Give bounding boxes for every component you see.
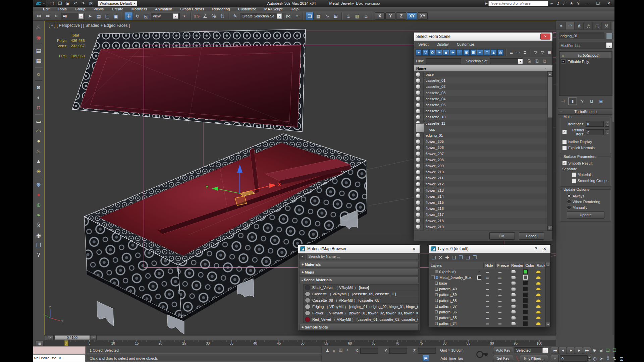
- scroll-down-icon[interactable]: ▼: [547, 226, 552, 231]
- rectangular-selection-region-icon[interactable]: ▢: [103, 12, 111, 20]
- menu-graph-editors[interactable]: Graph Editors: [176, 7, 208, 11]
- turbosmooth-rollout-header[interactable]: − TurboSmooth: [558, 109, 613, 115]
- layer-row[interactable]: ❑pattern_36▬▬: [429, 309, 546, 315]
- select-and-scale-icon[interactable]: ◱: [142, 12, 150, 20]
- display-frozen-icon[interactable]: ◭: [491, 49, 497, 56]
- scene-object-row[interactable]: flower_218: [414, 218, 547, 224]
- select-and-link-icon[interactable]: ⚯: [35, 12, 43, 20]
- hide-toggle[interactable]: ▬: [482, 299, 493, 302]
- sample-slots-group-header[interactable]: + Sample Slots: [299, 324, 419, 330]
- scene-object-row[interactable]: edging_01: [414, 132, 547, 138]
- explicit-normals-checkbox[interactable]: ✓: [562, 145, 567, 150]
- material-row[interactable]: Cassette （ VRayMtl ） [cassette_09, casse…: [304, 291, 418, 297]
- material-row[interactable]: Black_Velvet （ VRayMtl ） [base]: [304, 285, 418, 291]
- mini-curve-editor-button[interactable]: ▦: [36, 341, 44, 346]
- display-helpers-icon[interactable]: ✛: [450, 49, 456, 56]
- material-row[interactable]: Flower （ VRayMtl ） [flower_01, flower_02…: [304, 310, 418, 316]
- find-input[interactable]: [426, 58, 461, 64]
- maxscript-mini-listener-pink[interactable]: [33, 346, 86, 354]
- rendered-frame-window-icon[interactable]: ▥: [353, 12, 361, 20]
- menu-animation[interactable]: Animation: [151, 7, 176, 11]
- layer-row[interactable]: ❑pattern_37▬▬: [429, 303, 546, 309]
- radiosity-toggle[interactable]: [531, 288, 546, 290]
- dome-icon[interactable]: ◠: [34, 127, 43, 135]
- freeze-toggle[interactable]: ▬: [493, 293, 507, 296]
- edit-named-selection-icon[interactable]: ✎: [231, 12, 239, 20]
- expand-icon[interactable]: −: [431, 276, 435, 279]
- color-swatch[interactable]: [520, 316, 531, 320]
- menu-group[interactable]: Group: [71, 7, 90, 11]
- show-end-result-button[interactable]: ▮: [568, 98, 577, 105]
- render-iters-field[interactable]: 2: [586, 129, 604, 135]
- render-setup-icon[interactable]: ♨: [344, 12, 353, 20]
- maps-group-header[interactable]: + Maps: [299, 269, 419, 276]
- plane-icon[interactable]: ▭: [34, 117, 43, 125]
- window-crossing-icon[interactable]: ▣: [112, 12, 120, 20]
- scene-object-row[interactable]: cassette_05: [414, 102, 547, 108]
- satellite-icon[interactable]: ☄: [561, 1, 568, 6]
- auto-key-button[interactable]: Auto Key: [493, 347, 513, 353]
- key-filters-button[interactable]: Key Filters...: [520, 355, 548, 362]
- time-configuration-icon[interactable]: ◴: [591, 355, 598, 362]
- y-coordinate-field[interactable]: [389, 348, 407, 354]
- display-containers-icon[interactable]: ▢: [484, 49, 490, 56]
- sfs-close-button[interactable]: ✕: [540, 34, 550, 40]
- menu-tools[interactable]: Tools: [54, 7, 71, 11]
- teapot-wire-icon[interactable]: ♨: [34, 147, 43, 156]
- jewelry-box-lid[interactable]: [72, 29, 306, 132]
- scene-object-row[interactable]: flower_216: [414, 205, 547, 212]
- eye-icon[interactable]: ◉: [34, 231, 43, 239]
- spray-icon[interactable]: ❋: [34, 180, 43, 189]
- render-toggle[interactable]: [507, 316, 520, 320]
- paste-icon[interactable]: ⎘: [88, 1, 94, 6]
- expand-icon[interactable]: +: [561, 59, 566, 64]
- display-groups-icon[interactable]: ▣: [463, 49, 469, 56]
- menu-maxscript[interactable]: MAXScript: [260, 7, 286, 11]
- iterations-spinner[interactable]: ▲▼: [605, 121, 609, 127]
- filter-custom-icon[interactable]: ▽: [539, 49, 545, 56]
- color-swatch[interactable]: [520, 275, 531, 280]
- radiosity-toggle[interactable]: [531, 282, 546, 285]
- graphite-ribbon-icon[interactable]: ▦: [314, 12, 322, 20]
- layer-row[interactable]: ❑pattern_40▬▬: [429, 286, 546, 292]
- render-toggle[interactable]: [507, 270, 520, 274]
- browser-options-icon[interactable]: ▼: [299, 254, 305, 259]
- absolute-mode-gizmo-icon[interactable]: ⌖: [344, 347, 351, 354]
- display-hidden-icon[interactable]: ◍: [497, 49, 503, 56]
- modifier-turbosmooth[interactable]: ☼TurboSmooth: [560, 52, 611, 58]
- scene-object-row[interactable]: flower_212: [414, 181, 547, 187]
- column-header-color[interactable]: Color: [524, 262, 535, 269]
- hide-toggle[interactable]: ▬: [482, 270, 493, 274]
- freeze-toggle[interactable]: ▬: [493, 299, 507, 302]
- viewport-layout-icon[interactable]: ⊞: [598, 347, 604, 353]
- hide-toggle[interactable]: ▬: [482, 287, 493, 291]
- camera-icon[interactable]: ◙: [34, 83, 43, 92]
- scene-object-row[interactable]: flower_208: [414, 157, 547, 163]
- menu-views[interactable]: Views: [90, 7, 108, 11]
- color-swatch[interactable]: [520, 287, 531, 291]
- selected-dropdown-caret-icon[interactable]: ⌄: [542, 348, 548, 353]
- freeze-toggle[interactable]: ▬: [493, 310, 507, 314]
- delete-layer-icon[interactable]: ✕: [439, 255, 443, 260]
- radiosity-toggle[interactable]: [531, 276, 546, 279]
- sfs-scrollbar[interactable]: ▲ ▼: [547, 71, 552, 231]
- color-swatch[interactable]: [520, 269, 531, 274]
- frame-spinner[interactable]: ▲▼: [587, 356, 591, 361]
- layer-help-button[interactable]: ?: [533, 246, 539, 251]
- scene-object-row[interactable]: flower_219: [414, 224, 547, 230]
- display-bones-icon[interactable]: ⌁: [477, 49, 483, 56]
- layer-title-bar[interactable]: ◢ Layer: 0 (default) ? ✕: [429, 245, 550, 253]
- workspace-selector[interactable]: Workspace: Default ▾: [98, 1, 137, 6]
- render-production-icon[interactable]: ♨: [362, 12, 370, 20]
- mmb-close-button[interactable]: ✕: [410, 246, 418, 251]
- hide-toggle[interactable]: ▬: [482, 276, 493, 279]
- color-swatch[interactable]: [520, 293, 531, 297]
- layer-properties-icon[interactable]: ❒: [473, 255, 477, 260]
- materials-checkbox[interactable]: ✓: [572, 172, 576, 177]
- isolate-selection-icon[interactable]: ❏: [604, 347, 611, 353]
- previous-frame-button[interactable]: ◀|: [559, 347, 567, 354]
- scene-object-row[interactable]: cassette_04: [414, 96, 547, 102]
- sfs-menu-display[interactable]: Display: [437, 42, 449, 46]
- menu-customize[interactable]: Customize: [234, 7, 260, 11]
- add-to-layer-icon[interactable]: ✚: [445, 255, 449, 260]
